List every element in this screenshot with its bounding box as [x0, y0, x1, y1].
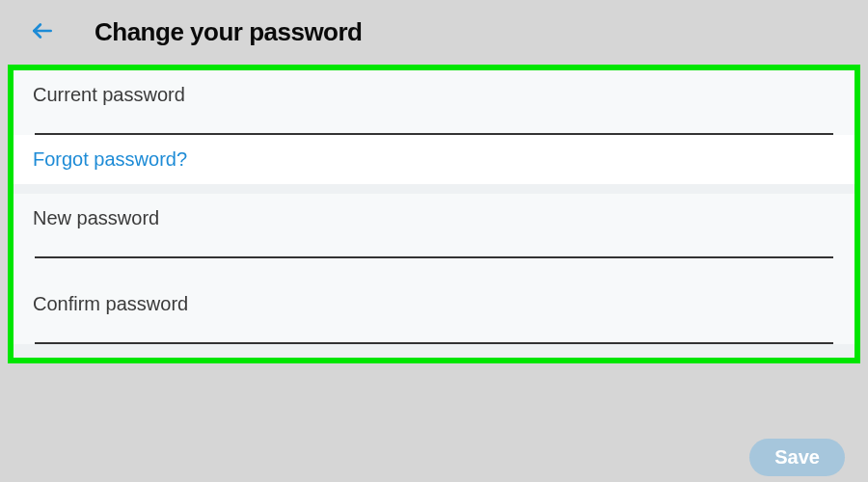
arrow-left-icon [30, 18, 55, 47]
footer-bar: Save [0, 432, 868, 482]
page-title: Change your password [95, 17, 363, 47]
confirm-password-label: Confirm password [33, 293, 835, 315]
page-header: Change your password [0, 0, 868, 65]
new-password-label: New password [33, 207, 835, 229]
new-password-field[interactable]: New password [14, 194, 854, 258]
section-separator [14, 184, 854, 194]
field-gap [14, 258, 854, 280]
bottom-gap [14, 344, 854, 358]
forgot-password-row: Forgot password? [14, 135, 854, 184]
save-button[interactable]: Save [749, 439, 845, 476]
back-button[interactable] [29, 19, 56, 46]
password-form-highlight: Current password Forgot password? New pa… [8, 65, 860, 363]
forgot-password-link[interactable]: Forgot password? [33, 148, 187, 170]
current-password-field[interactable]: Current password [14, 70, 854, 135]
confirm-password-field[interactable]: Confirm password [14, 280, 854, 344]
current-password-label: Current password [33, 84, 835, 106]
